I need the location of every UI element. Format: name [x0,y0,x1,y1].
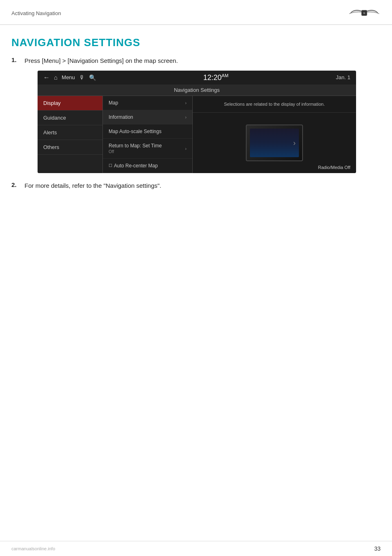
settings-layout: Display Guidance Alerts Others Map › Inf… [38,96,356,173]
svg-text:G: G [363,12,365,14]
laptop-screen [250,129,299,157]
step-1: 1. Press [Menu] > [Navigation Settings] … [11,56,381,173]
screen-topbar: ← ⌂ Menu 🎙 🔍 12:20AM Jan. 1 [38,71,356,85]
time-value: 12:20 [203,73,222,82]
nav-settings-title: Navigation Settings [38,85,356,96]
time-suffix: AM [222,73,229,78]
settings-item-auto-recenter[interactable]: ☐ Auto Re-center Map [103,159,192,173]
footer-watermark: carmanualsonline.info [11,546,55,551]
step-1-number: 1. [11,56,20,63]
settings-item-map-autoscale[interactable]: Map Auto-scale Settings [103,125,192,139]
settings-item-return-chevron: › [185,146,187,151]
page-content: NAVIGATION SETTINGS 1. Press [Menu] > [N… [0,25,392,223]
settings-item-return-sublabel: Off [109,149,114,154]
date-display: Jan. 1 [336,74,350,80]
settings-info-text: Selections are related to the display of… [193,96,356,113]
settings-item-map-chevron: › [185,100,187,105]
category-guidance[interactable]: Guidance [38,111,102,125]
step-2-text: For more details, refer to the "Navigati… [24,181,161,191]
settings-item-map[interactable]: Map › [103,96,192,110]
page-number: 33 [374,545,381,552]
category-display[interactable]: Display [38,96,102,111]
settings-item-map-autoscale-label: Map Auto-scale Settings [109,129,187,134]
page-footer: carmanualsonline.info 33 [0,541,392,556]
settings-media-preview: Radio/Media Off [193,113,356,173]
mic-icon[interactable]: 🎙 [79,74,85,81]
category-others[interactable]: Others [38,140,102,155]
back-arrow-icon[interactable]: ← [43,74,50,81]
category-alerts[interactable]: Alerts [38,125,102,140]
section-title: NAVIGATION SETTINGS [11,36,381,49]
settings-item-return-to-map[interactable]: Return to Map: Set Time Off › [103,139,192,159]
genesis-logo: G [348,5,381,21]
home-icon[interactable]: ⌂ [54,74,58,81]
screen-mockup: ← ⌂ Menu 🎙 🔍 12:20AM Jan. 1 Navigation S… [38,71,356,173]
settings-preview: Selections are related to the display of… [193,96,356,173]
settings-item-auto-recenter-label: Auto Re-center Map [114,163,187,169]
laptop-preview [246,125,303,161]
settings-item-information[interactable]: Information › [103,110,192,125]
settings-item-information-chevron: › [185,115,187,120]
menu-label: Menu [62,74,75,80]
settings-categories: Display Guidance Alerts Others [38,96,103,173]
time-display: 12:20AM [100,73,332,82]
settings-item-map-label: Map [109,100,185,106]
page-header: Activating Navigation G [0,0,392,25]
step-2-number: 2. [11,181,20,188]
radio-media-label: Radio/Media Off [318,165,350,170]
header-title: Activating Navigation [11,10,61,16]
step-2: 2. For more details, refer to the "Navig… [11,181,381,191]
checkbox-icon: ☐ [109,163,112,168]
settings-item-information-label: Information [109,114,185,120]
search-icon[interactable]: 🔍 [89,74,96,81]
settings-item-return-label: Return to Map: Set Time Off [109,143,185,154]
settings-list: Map › Information › Map Auto-scale Setti… [103,96,193,173]
step-1-text: Press [Menu] > [Navigation Settings] on … [24,57,178,64]
